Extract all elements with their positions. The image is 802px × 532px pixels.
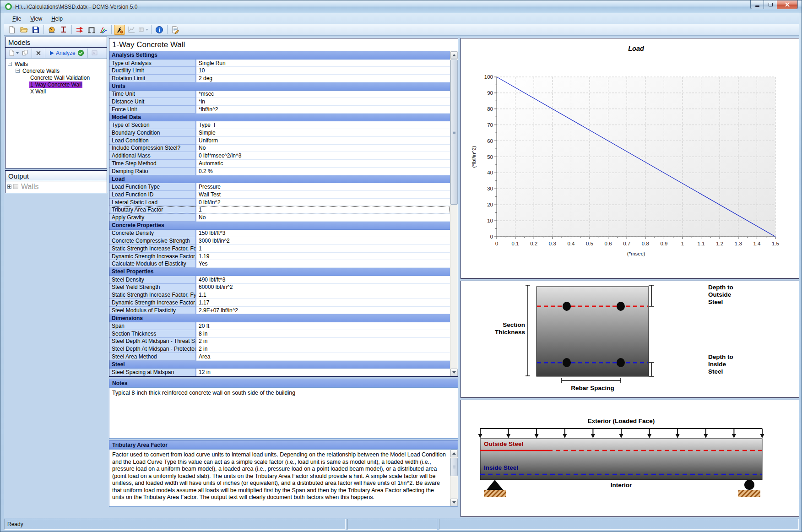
property-value[interactable]: 0 lbf*msec^2/in^3: [196, 152, 450, 160]
property-value[interactable]: Wall Test: [196, 191, 450, 199]
property-row-additional-mass[interactable]: Additional Mass0 lbf*msec^2/in^3: [109, 152, 450, 160]
property-row-damping-ratio[interactable]: Damping Ratio0.2 %: [109, 168, 450, 175]
grid-scrollbar-thumb[interactable]: [450, 60, 458, 205]
property-value[interactable]: 12 in: [196, 369, 450, 376]
property-value[interactable]: *msec: [196, 91, 450, 98]
run-dynamic-analysis-button[interactable]: [114, 25, 125, 35]
help-scrollbar[interactable]: [450, 450, 458, 506]
new-file-button[interactable]: [6, 25, 17, 35]
property-row-steel-area-method[interactable]: Steel Area MethodArea: [109, 353, 450, 361]
property-row-dynamic-strength-increase-factor-fy[interactable]: Dynamic Strength Increase Factor, Fy1.17: [109, 299, 450, 307]
property-value[interactable]: *lbf/in^2: [196, 106, 450, 114]
minimize-button[interactable]: [750, 0, 764, 9]
property-row-calculate-modulus-of-elasticity[interactable]: Calculate Modulus of ElasticityYes: [109, 260, 450, 268]
property-row-steel-yield-strength[interactable]: Steel Yield Strength60000 lbf/in^2: [109, 284, 450, 292]
menu-file[interactable]: File: [8, 14, 26, 23]
close-button[interactable]: [777, 0, 798, 9]
property-row-static-strength-increase-factor-fc[interactable]: Static Strength Increase Factor, Fc1: [109, 245, 450, 253]
property-value[interactable]: 150 lbf/ft^3: [196, 230, 450, 238]
tree-expand-icon[interactable]: [7, 185, 11, 189]
property-row-apply-gravity[interactable]: Apply GravityNo: [109, 214, 450, 222]
grid-scrollbar[interactable]: [450, 51, 458, 376]
property-row-type-of-section[interactable]: Type of SectionType_I: [109, 121, 450, 129]
property-value[interactable]: No: [196, 214, 450, 222]
response-curves-button[interactable]: [98, 25, 109, 35]
property-value[interactable]: Yes: [196, 260, 450, 268]
property-value[interactable]: Type_I: [196, 121, 450, 129]
property-row-span[interactable]: Span20 ft: [109, 322, 450, 330]
tree-item-walls[interactable]: Walls: [5, 60, 107, 67]
property-value[interactable]: 490 lbf/ft^3: [196, 276, 450, 284]
property-row-time-step-method[interactable]: Time Step MethodAutomatic: [109, 160, 450, 168]
maximize-button[interactable]: [764, 0, 777, 9]
property-value[interactable]: Pressure: [196, 183, 450, 191]
tree-collapse-icon[interactable]: [8, 62, 12, 66]
property-value[interactable]: Automatic: [196, 160, 450, 168]
notes-input[interactable]: Typical 8-inch thick reinforced concrete…: [109, 387, 458, 439]
property-value[interactable]: 0 lbf/in^2: [196, 199, 450, 206]
property-value[interactable]: *in: [196, 98, 450, 106]
menu-view[interactable]: View: [26, 14, 47, 23]
report-editor-button[interactable]: [170, 25, 181, 35]
property-row-force-unit[interactable]: Force Unit*lbf/in^2: [109, 106, 450, 114]
copy-model-button[interactable]: [21, 49, 29, 58]
property-row-lateral-static-load[interactable]: Lateral Static Load0 lbf/in^2: [109, 199, 450, 206]
open-file-button[interactable]: [18, 25, 29, 35]
property-value[interactable]: 10: [196, 67, 450, 75]
property-row-type-of-analysis[interactable]: Type of AnalysisSingle Run: [109, 60, 450, 67]
property-value[interactable]: 0.2 %: [196, 168, 450, 175]
property-value[interactable]: Simple: [196, 129, 450, 137]
scroll-up-button[interactable]: [450, 51, 458, 59]
scroll-down-button[interactable]: [450, 369, 458, 376]
property-value[interactable]: Uniform: [196, 137, 450, 145]
property-value[interactable]: 1.1: [196, 291, 450, 299]
property-value[interactable]: 2.9E+07 lbf/in^2: [196, 307, 450, 315]
scroll-down-button[interactable]: [450, 499, 458, 506]
property-row-distance-unit[interactable]: Distance Unit*in: [109, 98, 450, 106]
property-row-concrete-compressive-strength[interactable]: Concrete Compressive Strength3000 lbf/in…: [109, 237, 450, 245]
property-value[interactable]: 1: [196, 245, 450, 253]
property-row-steel-depth-at-midspan-threat-side[interactable]: Steel Depth At Midspan - Threat Side2 in: [109, 338, 450, 346]
property-value[interactable]: 8 in: [196, 330, 450, 338]
property-row-load-function-id[interactable]: Load Function IDWall Test: [109, 191, 450, 199]
property-value[interactable]: 2 in: [196, 345, 450, 353]
analyze-button[interactable]: Analyze: [48, 49, 85, 58]
load-functions-button[interactable]: [74, 25, 85, 35]
scroll-up-button[interactable]: [450, 450, 458, 457]
property-value[interactable]: 1: [196, 206, 450, 214]
section-library-button[interactable]: [58, 25, 69, 35]
tree-item-concrete-wall-validation[interactable]: Concrete Wall Validation: [5, 74, 107, 81]
property-row-rotation-limit[interactable]: Rotation Limit2 deg: [109, 75, 450, 82]
property-row-ductility-limit[interactable]: Ductility Limit10: [109, 67, 450, 75]
property-row-static-strength-increase-factor-fy[interactable]: Static Strength Increase Factor, Fy1.1: [109, 291, 450, 299]
property-row-dynamic-strength-increase-factor-fc[interactable]: Dynamic Strength Increase Factor, Fc1.19: [109, 253, 450, 261]
output-tree-item-walls[interactable]: Walls: [7, 183, 107, 190]
property-row-boundary-condition[interactable]: Boundary ConditionSimple: [109, 129, 450, 137]
menu-help[interactable]: Help: [47, 14, 67, 23]
help-scrollbar-thumb[interactable]: [450, 458, 458, 476]
property-row-load-function-type[interactable]: Load Function TypePressure: [109, 183, 450, 191]
delete-model-button[interactable]: [34, 49, 43, 58]
beam-model-button[interactable]: [86, 25, 97, 35]
new-model-button[interactable]: [7, 49, 20, 58]
property-value[interactable]: 20 ft: [196, 322, 450, 330]
tree-collapse-icon[interactable]: [16, 69, 20, 73]
property-value[interactable]: No: [196, 145, 450, 152]
property-value[interactable]: 1.19: [196, 253, 450, 261]
tree-item-x-wall[interactable]: X Wall: [5, 88, 107, 95]
property-row-steel-depth-at-midspan-protected-side[interactable]: Steel Depth At Midspan - Protected Side2…: [109, 345, 450, 353]
property-value[interactable]: 2 in: [196, 338, 450, 346]
property-value[interactable]: Single Run: [196, 60, 450, 67]
property-row-steel-density[interactable]: Steel Density490 lbf/ft^3: [109, 276, 450, 284]
property-row-steel-spacing-at-midspan[interactable]: Steel Spacing at Midspan12 in: [109, 369, 450, 376]
save-file-button[interactable]: [30, 25, 41, 35]
titlebar[interactable]: H:\...\Calculations\MSSD.datx - DCMS Ver…: [0, 0, 802, 13]
tree-item-1-way-concrete-wall[interactable]: 1-Way Concrete Wall: [5, 81, 107, 88]
property-value[interactable]: 3000 lbf/in^2: [196, 237, 450, 245]
material-library-button[interactable]: [46, 25, 57, 35]
property-row-include-compression-steel[interactable]: Include Compression Steel?No: [109, 145, 450, 152]
property-value[interactable]: Area: [196, 353, 450, 361]
property-value[interactable]: 1.17: [196, 299, 450, 307]
property-row-steel-modulus-of-elasticity[interactable]: Steel Modulus of Elasticity2.9E+07 lbf/i…: [109, 307, 450, 315]
about-info-button[interactable]: [154, 25, 165, 35]
